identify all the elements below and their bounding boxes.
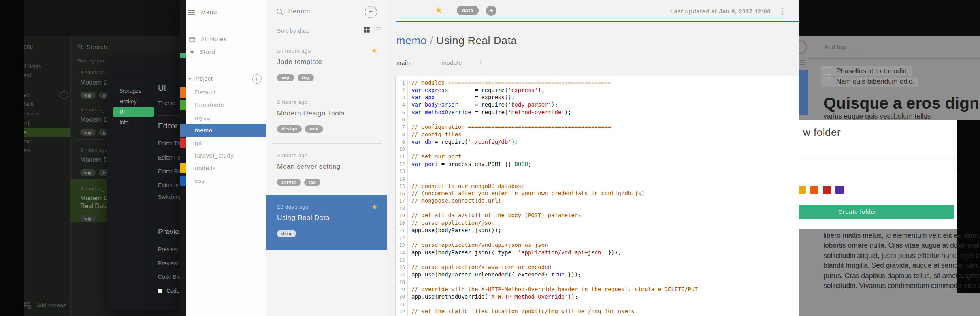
- note-tags: designtool: [277, 125, 327, 133]
- settings-nav-item[interactable]: Storages: [119, 88, 141, 94]
- sort-by-selector[interactable]: Sort by xxx: [77, 58, 105, 64]
- note-star-toggle[interactable]: ★: [435, 5, 443, 15]
- tag-pill[interactable]: wip: [277, 74, 294, 81]
- code-token: );: [511, 139, 518, 145]
- new-tab-button[interactable]: +: [479, 58, 483, 67]
- tag-pill[interactable]: wip: [80, 215, 96, 222]
- editor-panel: ★ data + Last updated at Jan.9, 2017 12:…: [387, 0, 799, 316]
- checklist-item[interactable]: Phasellus id tortor odio.: [821, 66, 912, 76]
- search-field[interactable]: Search: [77, 43, 107, 50]
- add-storage-button[interactable]: Add storage: [24, 301, 66, 310]
- line-number: 6: [396, 116, 408, 124]
- tag-pill[interactable]: tag: [298, 74, 314, 81]
- breadcrumb-folder[interactable]: memo: [396, 35, 427, 47]
- color-swatch[interactable]: [799, 186, 806, 194]
- folder-item[interactable]: fault: [24, 101, 34, 107]
- tab-module[interactable]: module: [441, 59, 462, 66]
- menu-button[interactable]: Menu: [188, 9, 217, 16]
- line-number: 9: [396, 139, 408, 146]
- tag-pill[interactable]: server: [277, 179, 301, 186]
- sort-by-selector[interactable]: Sort by date: [277, 28, 310, 34]
- sidebar-item-all-notes[interactable]: ll Notes: [24, 63, 41, 69]
- note-list-item[interactable]: an hours ago★Jade templatewiptag: [266, 39, 388, 90]
- code-token: ;: [528, 161, 531, 167]
- checkbox-icon[interactable]: [158, 289, 162, 293]
- project-group-header[interactable]: ect: [24, 92, 30, 98]
- tag-pill[interactable]: tag: [304, 179, 320, 186]
- note-list-item[interactable]: 2 hours agoModern Design Toolsdesigntool: [266, 90, 388, 143]
- sidebar-folder[interactable]: Boostnote: [180, 99, 266, 111]
- folder-item[interactable]: mo: [24, 138, 31, 144]
- add-folder-button[interactable]: +: [252, 74, 262, 84]
- folder-color-bar: [180, 100, 186, 110]
- code-token: var: [411, 94, 425, 100]
- note-list-item[interactable]: 3 hours agoMean server settingservertag: [266, 143, 388, 195]
- code-text: // override with the X-HTTP-Method-Overr…: [408, 286, 698, 292]
- code-line: 27app.use(bodyParser.urlencoded({ extend…: [396, 271, 799, 278]
- sidebar-folder[interactable]: Default: [180, 86, 266, 99]
- settings-nav-item[interactable]: Info: [119, 119, 128, 126]
- note-list-item-selected[interactable]: 12 days ago★Using Real Datadata: [266, 195, 388, 250]
- more-options-button[interactable]: ⋮: [778, 7, 786, 16]
- add-tag-input[interactable]: Add tag...: [824, 43, 851, 50]
- code-token: app.use(bodyParser.urlencoded({ extended…: [411, 271, 551, 278]
- settings-nav-item[interactable]: Hotkey: [119, 98, 137, 105]
- star-outline-icon[interactable]: ☆: [808, 41, 816, 51]
- add-tag-button[interactable]: +: [486, 6, 496, 16]
- checkbox-icon[interactable]: [824, 67, 831, 75]
- folder-name-input[interactable]: [799, 158, 955, 170]
- folder-item[interactable]: sql: [24, 120, 30, 126]
- checklist-item[interactable]: Nam quis bibendum odio.: [821, 77, 918, 87]
- new-note-button[interactable]: +: [365, 6, 377, 18]
- sidebar-item-starred[interactable]: ard: [24, 72, 31, 78]
- line-number: 3: [396, 94, 408, 102]
- tag-pill[interactable]: wip: [80, 129, 96, 136]
- sidebar-item-starred[interactable]: ★ Stard: [189, 48, 215, 55]
- preview-heading: Quisque a eros dignissim: [824, 94, 980, 113]
- code-line: 31: [396, 301, 799, 308]
- sidebar-folder[interactable]: css: [180, 175, 266, 187]
- sidebar-folder[interactable]: nodeJs: [180, 162, 266, 175]
- create-folder-button[interactable]: Create folder: [799, 205, 954, 219]
- note-time: 12 days ago: [277, 204, 309, 210]
- note-tag[interactable]: data: [457, 6, 479, 15]
- settings-dialog-header: [107, 59, 181, 78]
- tab-main[interactable]: main: [396, 59, 410, 66]
- folder-color-swatches: [799, 186, 848, 196]
- star-icon[interactable]: ★: [371, 203, 377, 211]
- tag-pill[interactable]: tool: [305, 125, 323, 133]
- checkbox-icon[interactable]: [824, 77, 831, 85]
- search-field[interactable]: Search: [276, 8, 310, 15]
- list-view-icon[interactable]: [374, 27, 381, 33]
- folder-item[interactable]: ostnote: [24, 111, 41, 117]
- tag-pill[interactable]: data: [277, 230, 296, 237]
- star-icon[interactable]: ★: [371, 47, 377, 55]
- grid-view-icon[interactable]: [364, 27, 370, 33]
- code-token: 'method-override': [508, 109, 564, 115]
- sidebar-folder[interactable]: mysql: [180, 111, 266, 124]
- sidebar-folder-selected[interactable]: memo: [180, 124, 266, 137]
- project-group-header[interactable]: ▾ Project: [188, 75, 213, 82]
- code-line: 19// get all data/stuff of the body (POS…: [396, 212, 799, 219]
- tag-pill[interactable]: wip: [80, 92, 96, 99]
- folder-label: e: [24, 129, 27, 135]
- add-folder-button[interactable]: +: [60, 91, 68, 99]
- settings-checkbox-row[interactable]: Code B: [158, 288, 181, 294]
- code-editor[interactable]: 1// modules ============================…: [395, 76, 799, 316]
- folder-item-selected[interactable]: e: [24, 128, 70, 137]
- code-line: 14: [396, 175, 799, 182]
- color-swatch[interactable]: [823, 186, 831, 194]
- sidebar-folder[interactable]: laravel_study: [180, 149, 266, 162]
- sidebar-folder[interactable]: git: [180, 137, 266, 149]
- color-swatch[interactable]: [810, 186, 818, 194]
- paragraph-line: purus. Cras dapibus dapibus tellus, sit …: [824, 271, 980, 281]
- tag-pill[interactable]: wip: [80, 169, 96, 176]
- code-token: // connect to our mongoDB database: [411, 183, 525, 189]
- tag-pill[interactable]: design: [277, 125, 302, 133]
- sidebar-item-all-notes[interactable]: All Notes: [189, 36, 227, 43]
- menu-label[interactable]: enu: [24, 43, 33, 50]
- folder-item[interactable]: ers: [24, 147, 31, 153]
- color-swatch[interactable]: [835, 186, 844, 194]
- settings-nav-ui-active[interactable]: UI: [113, 107, 154, 117]
- code-line: 10: [396, 145, 799, 153]
